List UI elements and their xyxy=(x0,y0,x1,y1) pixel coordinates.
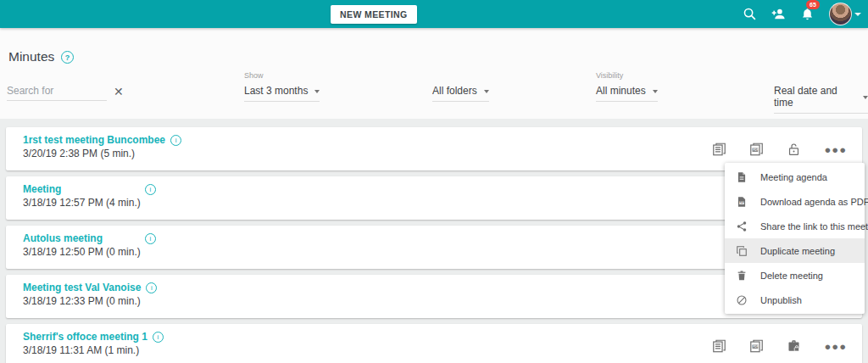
menu-item-unpublish[interactable]: Unpublish xyxy=(725,288,865,312)
more-actions-icon[interactable]: ●●● xyxy=(824,142,847,155)
svg-text:PDF: PDF xyxy=(740,201,745,204)
dropdown-caret-icon xyxy=(863,96,868,99)
new-meeting-button[interactable]: NEW MEETING xyxy=(331,5,417,24)
visibility-filter-value: All minutes xyxy=(596,85,646,97)
app-header: NEW MEETING 65 xyxy=(0,0,868,28)
row-actions: PDF ●●● xyxy=(712,338,847,353)
menu-item-label: Meeting agenda xyxy=(760,172,827,182)
svg-text:PDF: PDF xyxy=(754,344,759,348)
pdf-download-icon[interactable]: PDF xyxy=(749,142,764,156)
copy-agenda-icon[interactable] xyxy=(712,338,726,353)
avatar[interactable] xyxy=(829,3,852,25)
menu-item-label: Delete meeting xyxy=(760,271,823,281)
lock-icon[interactable] xyxy=(787,142,801,156)
folders-filter-value: All folders xyxy=(432,85,477,97)
meeting-title-link[interactable]: Sherrif's offoce meeting 1 xyxy=(23,331,153,343)
copy-agenda-icon[interactable] xyxy=(712,142,726,156)
pdf-icon: PDF xyxy=(736,196,748,208)
trash-icon xyxy=(736,270,748,282)
show-filter-dropdown[interactable]: Last 3 months xyxy=(244,85,320,102)
show-filter-value: Last 3 months xyxy=(244,85,308,97)
search-icon[interactable] xyxy=(743,7,757,21)
row-context-menu: Meeting agenda PDF Download agenda as PD… xyxy=(725,163,865,314)
info-icon[interactable]: i xyxy=(146,282,157,293)
dropdown-caret-icon xyxy=(314,90,320,93)
search-input[interactable] xyxy=(7,83,107,101)
meeting-row[interactable]: Sherrif's offoce meeting 1 i 3/18/19 11:… xyxy=(6,324,862,363)
notifications[interactable]: 65 xyxy=(800,7,815,21)
page-title: Minutes xyxy=(8,49,54,64)
menu-item-delete-meeting[interactable]: Delete meeting xyxy=(725,263,865,288)
menu-item-meeting-agenda[interactable]: Meeting agenda xyxy=(725,165,865,189)
add-person-icon[interactable] xyxy=(771,7,786,21)
menu-item-download-pdf[interactable]: PDF Download agenda as PDF xyxy=(725,189,865,214)
folders-filter-dropdown[interactable]: All folders xyxy=(432,85,489,102)
menu-item-label: Share the link to this meeting xyxy=(760,221,868,232)
menu-item-duplicate-meeting[interactable]: Duplicate meeting xyxy=(725,238,865,263)
clear-search-icon[interactable]: ✕ xyxy=(114,86,124,98)
show-filter-label: Show xyxy=(244,71,264,80)
info-icon[interactable]: i xyxy=(170,135,181,146)
info-icon[interactable]: i xyxy=(153,332,164,343)
meeting-title-link[interactable]: Meeting test Val Vanoise xyxy=(23,282,146,293)
menu-item-label: Download agenda as PDF xyxy=(760,197,868,207)
svg-text:PDF: PDF xyxy=(754,148,759,151)
dropdown-caret-icon xyxy=(653,90,658,93)
document-icon xyxy=(736,171,748,183)
account-menu[interactable] xyxy=(829,3,861,25)
visibility-filter-label: Visibility xyxy=(596,71,623,80)
dropdown-caret-icon xyxy=(484,90,489,93)
chevron-down-icon xyxy=(854,13,861,16)
visibility-filter-dropdown[interactable]: All minutes xyxy=(596,85,658,102)
date-mode-dropdown[interactable]: Real date and time xyxy=(774,85,868,114)
menu-item-label: Duplicate meeting xyxy=(760,246,835,256)
menu-item-label: Unpublish xyxy=(760,295,802,305)
more-actions-icon[interactable]: ●●● xyxy=(824,339,847,352)
share-icon xyxy=(736,221,748,232)
unpublish-icon xyxy=(736,294,748,306)
locked-briefcase-icon[interactable] xyxy=(787,338,801,353)
meeting-title-link[interactable]: Meeting xyxy=(23,183,145,195)
info-icon[interactable]: i xyxy=(145,233,156,244)
info-icon[interactable]: i xyxy=(145,184,156,195)
meeting-title-link[interactable]: 1rst test meeting Buncombee xyxy=(23,134,170,146)
pdf-download-icon[interactable]: PDF xyxy=(749,338,764,353)
row-actions: PDF ●●● xyxy=(712,142,847,156)
header-actions: 65 xyxy=(743,0,861,28)
menu-item-share-link[interactable]: Share the link to this meeting xyxy=(725,214,865,238)
app-window: NEW MEETING 65 Minutes ? ✕ xyxy=(0,0,868,363)
duplicate-icon xyxy=(736,245,748,257)
help-icon[interactable]: ? xyxy=(61,51,74,64)
meeting-title-link[interactable]: Autolus meeting xyxy=(23,232,145,244)
date-mode-value: Real date and time xyxy=(774,85,856,109)
notification-badge: 65 xyxy=(806,0,820,9)
